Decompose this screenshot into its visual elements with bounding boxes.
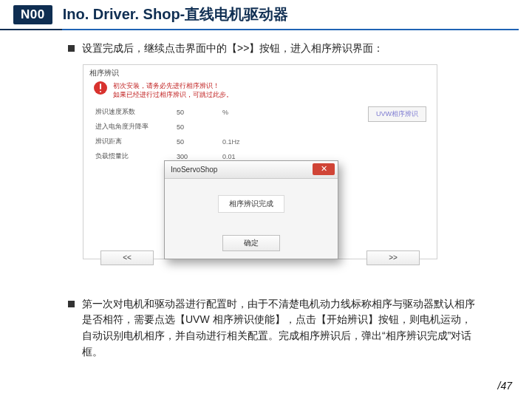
param-unit: % <box>222 109 259 116</box>
param-unit: 0.01 <box>222 153 259 160</box>
param-value[interactable]: 50 <box>177 138 222 146</box>
param-value[interactable]: 50 <box>177 123 222 131</box>
warning-line-2: 如果已经进行过相序辨识，可跳过此步。 <box>113 90 233 99</box>
page-number-text: /47 <box>498 380 512 392</box>
param-unit: 0.1Hz <box>222 138 259 146</box>
slide-content: 设置完成后，继续点击界面中的【>>】按钮，进入相序辨识界面： 相序辨识 初次安装… <box>0 30 532 360</box>
modal-ok-button[interactable]: 确定 <box>222 235 280 251</box>
modal-title-text: InoServoShop <box>171 166 217 174</box>
warning-icon <box>94 81 107 95</box>
modal-message: 相序辨识完成 <box>218 195 284 213</box>
prev-button[interactable]: << <box>100 250 154 265</box>
bullet-bottom-text: 第一次对电机和驱动器进行配置时，由于不清楚电机动力线标称相序与驱动器默认相序是否… <box>82 296 480 361</box>
modal-body: 相序辨识完成 确定 <box>165 179 338 259</box>
page-number: /47 <box>498 380 513 392</box>
param-row: 辨识距离 50 0.1Hz <box>95 134 431 149</box>
slide-badge: N00 <box>13 5 52 24</box>
slide-title: Ino. Driver. Shop-直线电机驱动器 <box>63 4 289 24</box>
param-label: 进入电角度升降率 <box>95 122 177 132</box>
param-label: 辨识速度系数 <box>95 107 177 117</box>
group-label: 相序辨识 <box>89 68 431 78</box>
bullet-icon <box>68 301 75 307</box>
param-label: 辨识距离 <box>95 137 177 146</box>
slide-header: N00 Ino. Driver. Shop-直线电机驱动器 <box>0 0 532 24</box>
next-button[interactable]: >> <box>366 250 420 265</box>
modal-dialog: InoServoShop ✕ 相序辨识完成 确定 <box>164 160 338 259</box>
bullet-top-text: 设置完成后，继续点击界面中的【>>】按钮，进入相序辨识界面： <box>82 41 383 57</box>
header-rule <box>13 29 519 30</box>
warning-line-1: 初次安装，请务必先进行相序辨识！ <box>113 81 233 90</box>
screenshot-area: 相序辨识 初次安装，请务必先进行相序辨识！ 如果已经进行过相序辨识，可跳过此步。… <box>83 61 445 290</box>
warning-text: 初次安装，请务必先进行相序辨识！ 如果已经进行过相序辨识，可跳过此步。 <box>113 81 233 99</box>
bullet-icon <box>68 45 75 52</box>
close-icon[interactable]: ✕ <box>313 163 335 175</box>
param-value[interactable]: 50 <box>177 109 222 116</box>
slide-page: N00 Ino. Driver. Shop-直线电机驱动器 设置完成后，继续点击… <box>0 0 532 399</box>
bullet-bottom: 第一次对电机和驱动器进行配置时，由于不清楚电机动力线标称相序与驱动器默认相序是否… <box>68 296 480 361</box>
param-row: 进入电角度升降率 50 <box>95 120 431 134</box>
warning-row: 初次安装，请务必先进行相序辨识！ 如果已经进行过相序辨识，可跳过此步。 <box>94 81 431 99</box>
modal-titlebar: InoServoShop ✕ <box>165 161 338 179</box>
uvw-identify-button[interactable]: UVW相序辨识 <box>368 106 426 122</box>
bullet-top: 设置完成后，继续点击界面中的【>>】按钮，进入相序辨识界面： <box>68 41 480 57</box>
param-value[interactable]: 300 <box>177 153 222 160</box>
